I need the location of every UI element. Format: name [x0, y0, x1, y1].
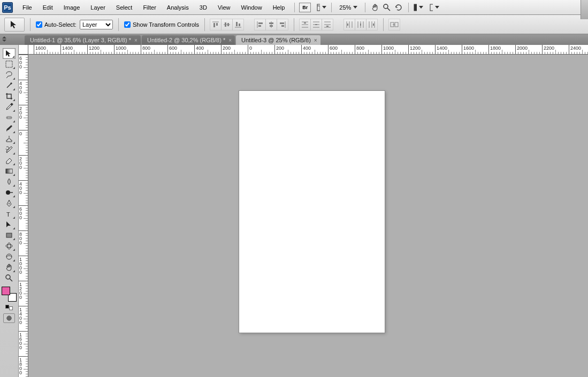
separator: [204, 18, 205, 31]
dist-bottom-button[interactable]: [322, 19, 333, 30]
document-tab[interactable]: Untitled-2 @ 30,2% (RGB/8) *×: [142, 35, 235, 45]
ruler-origin[interactable]: [19, 45, 28, 55]
svg-rect-56: [10, 103, 13, 106]
eyedropper-tool[interactable]: [3, 102, 16, 112]
document-tab[interactable]: Untitled-3 @ 25% (RGB/8)×: [236, 35, 320, 45]
3d-rotate-tool[interactable]: [3, 241, 16, 251]
hand-tool-shortcut[interactable]: [370, 2, 380, 13]
menu-edit[interactable]: Edit: [37, 2, 58, 13]
svg-rect-11: [213, 23, 215, 27]
pen-tool[interactable]: [3, 198, 16, 209]
align-right-button[interactable]: [277, 19, 288, 30]
canvas-area[interactable]: 1600140012001000800600400200020040060080…: [19, 45, 588, 377]
healing-brush-tool[interactable]: [3, 112, 16, 123]
eraser-tool[interactable]: [3, 155, 16, 166]
align-vcenter-button[interactable]: [221, 19, 233, 30]
svg-rect-21: [258, 25, 261, 27]
tab-label: Untitled-3 @ 25% (RGB/8): [241, 37, 311, 43]
auto-select-check[interactable]: [36, 21, 42, 28]
menu-image[interactable]: Image: [58, 2, 86, 13]
history-brush-tool[interactable]: [3, 144, 16, 155]
tab-stack-icon[interactable]: [2, 36, 7, 42]
zoom-value: 25%: [339, 4, 351, 11]
default-colors-icon[interactable]: [5, 305, 13, 310]
close-icon[interactable]: ×: [134, 37, 138, 43]
svg-rect-53: [395, 22, 398, 27]
separator: [118, 18, 119, 31]
menu-file[interactable]: File: [17, 2, 37, 13]
svg-rect-31: [304, 22, 306, 24]
caret-icon: [353, 6, 357, 9]
separator: [408, 3, 409, 12]
lasso-tool[interactable]: [3, 70, 16, 80]
quick-mask-button[interactable]: [3, 313, 15, 323]
path-selection-tool[interactable]: [3, 219, 16, 230]
panel-dock-handle[interactable]: [581, 0, 588, 19]
workspace: T 16001400120010008006004002000200400600…: [0, 45, 588, 377]
align-bottom-button[interactable]: [232, 19, 244, 30]
menu-view[interactable]: View: [212, 2, 236, 13]
close-icon[interactable]: ×: [314, 37, 317, 43]
caret-icon: [322, 6, 326, 9]
dist-vcenter-button[interactable]: [310, 19, 322, 30]
menu-3d[interactable]: 3D: [194, 2, 212, 13]
align-h-group: [255, 19, 288, 30]
show-transform-label: Show Transform Controls: [133, 21, 199, 28]
show-transform-checkbox[interactable]: Show Transform Controls: [124, 21, 199, 28]
brush-tool[interactable]: [3, 123, 16, 134]
clone-stamp-tool[interactable]: [3, 134, 16, 144]
zoom-tool[interactable]: [3, 273, 16, 283]
arrange-docs-button[interactable]: [316, 2, 327, 13]
crop-tool[interactable]: [3, 91, 16, 102]
workspace-switcher[interactable]: [429, 2, 440, 13]
align-hcenter-button[interactable]: [265, 19, 277, 30]
dodge-tool[interactable]: [3, 187, 16, 198]
dist-left-button[interactable]: [343, 19, 355, 30]
auto-select-checkbox[interactable]: Auto-Select:: [36, 21, 77, 28]
dist-top-button[interactable]: [299, 19, 311, 30]
fg-color-swatch[interactable]: [2, 287, 10, 295]
show-transform-check[interactable]: [124, 21, 131, 28]
toolbox: T: [0, 45, 19, 377]
auto-select-dropdown[interactable]: Layer: [80, 20, 113, 29]
magic-wand-tool[interactable]: [3, 80, 16, 91]
move-tool[interactable]: [3, 48, 16, 59]
svg-line-71: [10, 279, 12, 281]
document-canvas[interactable]: [239, 91, 385, 333]
menu-select[interactable]: Select: [111, 2, 138, 13]
3d-orbit-tool[interactable]: [3, 251, 16, 262]
blur-tool[interactable]: [3, 176, 16, 187]
zoom-tool-shortcut[interactable]: [381, 2, 392, 13]
rectangle-tool[interactable]: [3, 230, 16, 241]
menu-window[interactable]: Window: [236, 2, 268, 13]
current-tool-icon[interactable]: [4, 18, 25, 32]
menu-help[interactable]: Help: [268, 2, 291, 13]
horizontal-ruler[interactable]: 1600140012001000800600400200020040060080…: [28, 45, 588, 55]
tab-label: Untitled-2 @ 30,2% (RGB/8) *: [147, 37, 225, 43]
svg-point-60: [10, 117, 11, 118]
hand-tool[interactable]: [3, 262, 16, 273]
svg-rect-14: [225, 22, 226, 27]
bridge-button[interactable]: Br: [299, 3, 311, 12]
svg-rect-35: [315, 24, 317, 25]
menu-filter[interactable]: Filter: [138, 2, 161, 13]
dist-hcenter-button[interactable]: [355, 19, 366, 30]
separator: [294, 18, 294, 31]
rotate-view-shortcut[interactable]: [393, 2, 404, 13]
menu-analysis[interactable]: Analysis: [162, 2, 194, 13]
screen-mode-button[interactable]: [413, 2, 424, 13]
dist-right-button[interactable]: [366, 19, 378, 30]
close-icon[interactable]: ×: [228, 37, 232, 43]
document-tab[interactable]: Untitled-1 @ 35,6% (Layer 3, RGB/8) *×: [25, 35, 141, 45]
menu-layer[interactable]: Layer: [85, 2, 111, 13]
zoom-level[interactable]: 25%: [336, 4, 361, 11]
gradient-tool[interactable]: [3, 166, 16, 176]
align-top-button[interactable]: [210, 19, 222, 30]
marquee-tool[interactable]: [3, 59, 16, 70]
options-bar: Auto-Select: Layer Show Transform Contro…: [0, 15, 588, 34]
align-left-button[interactable]: [254, 19, 266, 30]
auto-align-button[interactable]: [388, 19, 400, 30]
color-swatches[interactable]: [2, 287, 17, 302]
vertical-ruler[interactable]: 6004002000200400600800100012001400160018…: [19, 55, 28, 377]
type-tool[interactable]: T: [3, 209, 16, 219]
